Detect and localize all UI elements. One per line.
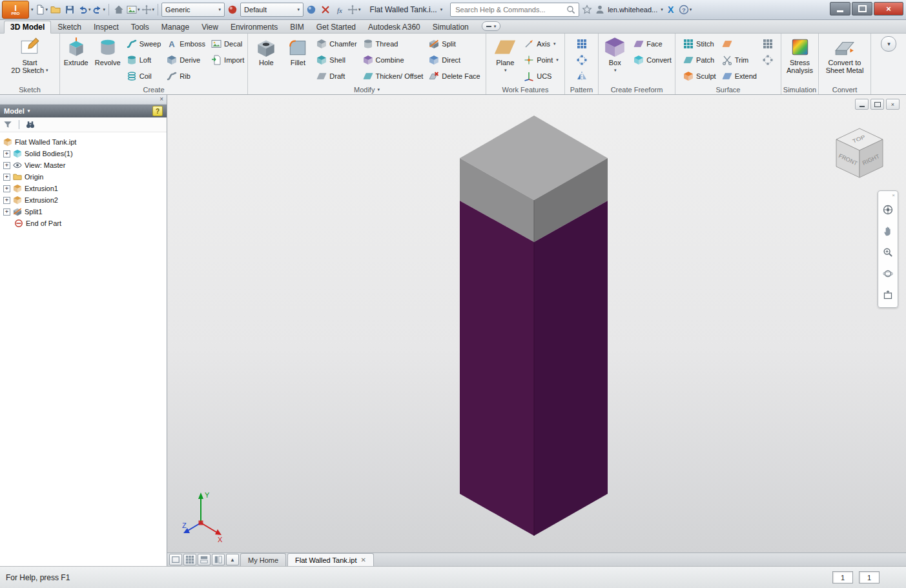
save-button[interactable] (63, 3, 76, 17)
doc-minimize-button[interactable] (855, 99, 869, 110)
tree-item-split1[interactable]: + Split1 (3, 206, 167, 218)
expand-icon[interactable]: + (3, 174, 10, 181)
axis-button[interactable]: Axis▾ (521, 35, 561, 52)
close-button[interactable]: × (874, 2, 903, 15)
app-menu-arrow-icon[interactable]: ▾ (31, 7, 34, 12)
favorites-button[interactable] (581, 3, 593, 17)
trim-button[interactable]: Trim (719, 52, 759, 68)
orbit-button[interactable] (880, 264, 896, 283)
maximize-button[interactable] (852, 2, 872, 15)
freeform-face-button[interactable]: Face (631, 35, 674, 52)
surface-extra-button-2[interactable] (760, 52, 776, 68)
help-button[interactable]: ▾ (679, 3, 692, 17)
expand-icon[interactable]: + (3, 197, 10, 204)
chamfer-button[interactable]: Chamfer (314, 35, 359, 52)
expand-icon[interactable]: + (3, 185, 10, 192)
adjust-appearance-button[interactable] (305, 3, 318, 17)
undo-button[interactable]: ▾ (77, 3, 91, 17)
signin-menu[interactable]: len.whitehead... ▾ (595, 5, 663, 15)
tab-manage[interactable]: Manage (156, 21, 195, 33)
tree-item-solid-bodies[interactable]: + Solid Bodies(1) (3, 148, 167, 159)
extrude-button[interactable]: Extrude (61, 35, 92, 85)
thread-button[interactable]: Thread (360, 35, 426, 52)
patch-button[interactable]: Patch (681, 52, 719, 68)
extend-button[interactable]: Extend (719, 68, 759, 84)
screen-capture-button[interactable]: ▾ (127, 3, 140, 17)
browser-close-icon[interactable]: × (160, 96, 163, 103)
tab-inspect[interactable]: Inspect (88, 21, 125, 33)
point-button[interactable]: Point▾ (521, 52, 561, 68)
stress-analysis-button[interactable]: Stress Analysis (785, 35, 816, 85)
plane-button[interactable]: Plane ▾ (489, 35, 520, 85)
tab-view[interactable]: View (196, 21, 224, 33)
viewcube[interactable]: TOP FRONT RIGHT (831, 125, 888, 184)
thicken-offset-button[interactable]: Thicken/ Offset (360, 68, 426, 84)
tab-flat-walled-tank[interactable]: Flat Walled Tank.ipt ✕ (287, 553, 374, 566)
filter-icon[interactable] (3, 120, 12, 129)
coil-button[interactable]: Coil (124, 68, 164, 84)
panel-overflow-button[interactable]: ▾ (881, 36, 896, 52)
panel-label-modify[interactable]: Modify▾ (248, 85, 486, 94)
ribbon-minimize-button[interactable]: ▾ (482, 21, 501, 31)
freeform-box-button[interactable]: Box ▾ (599, 35, 630, 85)
tab-autodesk-a360[interactable]: Autodesk A360 (362, 21, 426, 33)
delete-face-button[interactable]: Delete Face (426, 68, 482, 84)
start-2d-sketch-button[interactable]: Start 2D Sketch▾ (9, 35, 50, 85)
doc-close-button[interactable]: × (886, 99, 900, 110)
appearance-combo[interactable]: Default▾ (240, 3, 304, 17)
freeform-convert-button[interactable]: Convert (631, 52, 674, 68)
surface-extra-button-1[interactable] (760, 35, 776, 52)
browser-help-button[interactable]: ? (152, 106, 163, 116)
tab-my-home[interactable]: My Home (240, 553, 286, 566)
convert-to-sheet-metal-button[interactable]: Convert to Sheet Metal (824, 35, 866, 85)
tree-item-extrusion1[interactable]: + Extrusion1 (3, 183, 167, 194)
hole-button[interactable]: Hole (251, 35, 282, 85)
search-input[interactable] (454, 5, 564, 14)
measure-button[interactable]: ▾ (141, 3, 155, 17)
tree-item-end-of-part[interactable]: End of Part (3, 218, 167, 229)
tab-get-started[interactable]: Get Started (311, 21, 362, 33)
tree-item-origin[interactable]: + Origin (3, 171, 167, 183)
circular-pattern-button[interactable] (574, 52, 590, 68)
tank-model[interactable] (167, 95, 906, 553)
find-icon[interactable] (26, 120, 35, 129)
rib-button[interactable]: Rib (164, 68, 208, 84)
doc-restore-button[interactable] (870, 99, 884, 110)
expand-icon[interactable]: + (3, 150, 10, 157)
application-menu-button[interactable]: IPRO (2, 1, 29, 19)
expand-icon[interactable]: + (3, 208, 10, 216)
zoom-button[interactable] (880, 243, 896, 262)
title-dropdown-icon[interactable]: ▾ (440, 7, 443, 12)
browser-header[interactable]: Model ▾ ? (0, 105, 167, 117)
redo-button[interactable]: ▾ (92, 3, 106, 17)
minimize-button[interactable] (830, 2, 850, 15)
combine-button[interactable]: Combine (360, 52, 426, 68)
split-button[interactable]: Split (426, 35, 482, 52)
move-bodies-button[interactable]: ▾ (347, 3, 361, 17)
tab-bim[interactable]: BIM (284, 21, 309, 33)
material-ball-button[interactable] (226, 3, 239, 17)
pan-button[interactable] (880, 221, 896, 241)
material-combo[interactable]: Generic▾ (161, 3, 225, 17)
decal-button[interactable]: Decal (209, 35, 247, 52)
parameters-button[interactable] (333, 3, 346, 17)
sculpt-button[interactable]: Sculpt (681, 68, 719, 84)
import-button[interactable]: Import (209, 52, 247, 68)
arrange-grid-button[interactable] (183, 554, 196, 565)
tab-3d-model[interactable]: 3D Model (4, 21, 51, 34)
direct-button[interactable]: Direct (426, 52, 482, 68)
loft-button[interactable]: Loft (124, 52, 164, 68)
navigation-wheel-button[interactable] (880, 200, 896, 219)
expand-tab-list-button[interactable]: ▲ (226, 554, 239, 565)
tab-environments[interactable]: Environments (225, 21, 283, 33)
sweep-button[interactable]: Sweep (124, 35, 164, 52)
tab-close-icon[interactable]: ✕ (360, 556, 365, 563)
home-button[interactable] (112, 3, 125, 17)
new-file-button[interactable]: ▾ (35, 3, 48, 17)
search-icon[interactable] (566, 5, 575, 14)
navbar-close-icon[interactable]: × (892, 192, 895, 198)
mirror-button[interactable] (574, 68, 590, 84)
tab-tools[interactable]: Tools (125, 21, 155, 33)
clear-appearance-button[interactable] (319, 3, 332, 17)
open-button[interactable] (49, 3, 62, 17)
